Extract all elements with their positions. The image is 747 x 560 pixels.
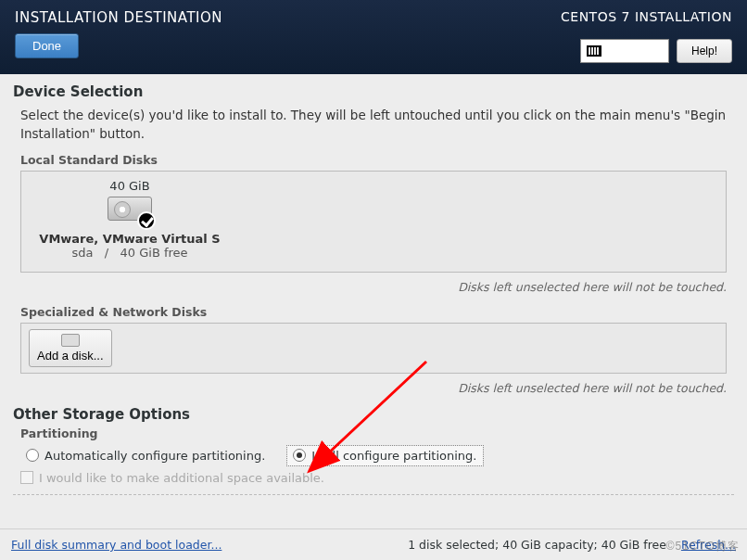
disk-item[interactable]: 40 GiB VMware, VMware Virtual S sda / 40… (32, 179, 227, 260)
local-disks-frame: 40 GiB VMware, VMware Virtual S sda / 40… (20, 171, 727, 273)
radio-manual-partitioning[interactable]: I will configure partitioning. (287, 446, 482, 465)
help-button[interactable]: Help! (677, 39, 732, 63)
radio-manual-label: I will configure partitioning. (311, 449, 476, 463)
hard-disk-icon (108, 197, 152, 226)
installer-title: CENTOS 7 INSTALLATION (561, 9, 732, 24)
partitioning-label: Partitioning (20, 426, 734, 440)
checkbox-additional-space: I would like to make additional space av… (20, 471, 734, 485)
done-button[interactable]: Done (15, 33, 79, 58)
disk-subinfo: sda / 40 GiB free (32, 246, 227, 260)
footer-status: 1 disk selected; 40 GiB capacity; 40 GiB… (408, 538, 666, 552)
radio-auto-label: Automatically configure partitioning. (44, 449, 265, 463)
unselected-hint-1: Disks left unselected here will not be t… (13, 280, 727, 294)
specialized-disks-label: Specialized & Network Disks (20, 305, 734, 319)
add-disk-label: Add a disk... (37, 349, 104, 363)
device-selection-heading: Device Selection (13, 83, 734, 100)
add-disk-icon (61, 334, 80, 347)
keyboard-layout-value: us (607, 45, 621, 58)
unselected-hint-2: Disks left unselected here will not be t… (13, 381, 727, 395)
footer-bar: Full disk summary and boot loader... 1 d… (0, 528, 747, 560)
disk-name: VMware, VMware Virtual S (32, 232, 227, 246)
specialized-disks-frame: Add a disk... (20, 323, 727, 374)
local-disks-label: Local Standard Disks (20, 153, 734, 167)
add-disk-button[interactable]: Add a disk... (29, 329, 112, 367)
checkbox-additional-space-label: I would like to make additional space av… (39, 471, 324, 485)
full-disk-summary-link[interactable]: Full disk summary and boot loader... (11, 538, 222, 552)
selected-check-icon (137, 211, 156, 230)
keyboard-layout-selector[interactable]: us (580, 39, 669, 63)
keyboard-icon (587, 45, 601, 57)
radio-auto-partitioning[interactable]: Automatically configure partitioning. (20, 446, 271, 465)
disk-size: 40 GiB (32, 179, 227, 193)
radio-icon (26, 449, 39, 462)
other-storage-heading: Other Storage Options (13, 406, 734, 423)
checkbox-icon (20, 471, 33, 484)
watermark: ©51CTO博客 (666, 539, 740, 554)
device-selection-instruction: Select the device(s) you'd like to insta… (20, 106, 734, 144)
divider (13, 494, 734, 495)
radio-icon (293, 449, 306, 462)
